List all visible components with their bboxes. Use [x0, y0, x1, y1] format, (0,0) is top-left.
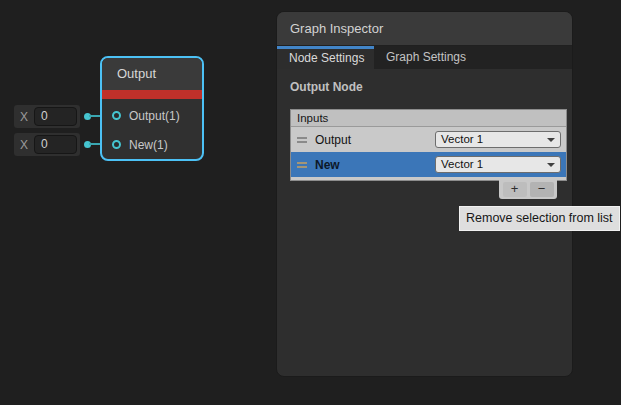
- axis-x-label: X: [14, 110, 34, 124]
- port-label: New(1): [129, 138, 168, 152]
- tab-bar: Node Settings Graph Settings: [277, 46, 572, 69]
- type-dropdown[interactable]: Vector 1: [435, 156, 561, 173]
- node-port-list: Output(1) New(1): [102, 99, 202, 159]
- dropdown-value: Vector 1: [441, 133, 483, 145]
- port-label: Output(1): [129, 109, 180, 123]
- tab-graph-settings[interactable]: Graph Settings: [374, 46, 478, 69]
- dropdown-arrow-icon: [547, 138, 555, 142]
- port-row: New(1): [102, 130, 202, 159]
- value-field[interactable]: 0: [34, 135, 77, 154]
- panel-title: Graph Inspector: [290, 21, 383, 36]
- drag-handle-icon[interactable]: [297, 162, 307, 168]
- tab-node-settings[interactable]: Node Settings: [277, 46, 374, 69]
- remove-button[interactable]: −: [530, 182, 554, 197]
- value-field[interactable]: 0: [34, 107, 77, 126]
- drag-handle-icon[interactable]: [297, 137, 307, 143]
- inputs-reorderable-list: Inputs Output Vector 1 New Vector 1: [290, 109, 567, 181]
- node-title[interactable]: Output: [102, 58, 202, 89]
- panel-header[interactable]: Graph Inspector: [277, 12, 572, 46]
- output-node[interactable]: Output Output(1) New(1): [100, 56, 204, 161]
- list-row-output[interactable]: Output Vector 1: [291, 127, 566, 152]
- input-port-icon[interactable]: [112, 111, 121, 120]
- row-label: Output: [315, 133, 351, 147]
- dropdown-arrow-icon: [547, 163, 555, 167]
- list-row-new[interactable]: New Vector 1: [291, 152, 566, 177]
- node-color-divider: [102, 89, 202, 99]
- list-header: Inputs: [291, 110, 566, 127]
- list-footer: + −: [499, 180, 557, 199]
- row-label: New: [315, 158, 340, 172]
- axis-x-label: X: [14, 138, 34, 152]
- add-button[interactable]: +: [503, 182, 527, 197]
- input-port-icon[interactable]: [112, 140, 121, 149]
- dropdown-value: Vector 1: [441, 158, 483, 170]
- port-row: Output(1): [102, 101, 202, 130]
- inline-port-input-2[interactable]: X 0: [14, 133, 80, 156]
- type-dropdown[interactable]: Vector 1: [435, 131, 561, 148]
- section-title: Output Node: [290, 80, 363, 94]
- inline-port-input-1[interactable]: X 0: [14, 105, 80, 128]
- graph-inspector-panel: Graph Inspector Node Settings Graph Sett…: [276, 11, 573, 377]
- tooltip: Remove selection from list: [459, 206, 620, 231]
